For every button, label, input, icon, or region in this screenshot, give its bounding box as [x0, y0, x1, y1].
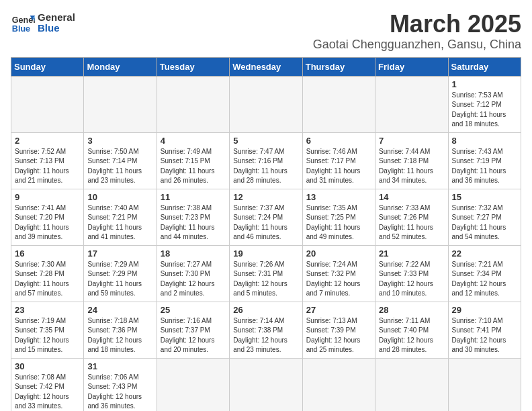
title-block: March 2025 Gaotai Chengguanzhen, Gansu, … — [313, 11, 521, 52]
day-number: 26 — [233, 305, 298, 315]
calendar-cell: 23Sunrise: 7:19 AMSunset: 7:35 PMDayligh… — [11, 302, 84, 358]
calendar-dow-saturday: Saturday — [448, 57, 521, 76]
day-number: 4 — [161, 136, 226, 146]
calendar-cell: 13Sunrise: 7:35 AMSunset: 7:25 PMDayligh… — [302, 189, 375, 245]
day-info: Sunrise: 7:18 AMSunset: 7:36 PMDaylight:… — [87, 316, 152, 355]
calendar-cell: 15Sunrise: 7:32 AMSunset: 7:27 PMDayligh… — [448, 189, 521, 245]
logo: General Blue General Blue — [11, 11, 75, 35]
day-info: Sunrise: 7:30 AMSunset: 7:28 PMDaylight:… — [15, 260, 80, 299]
day-info: Sunrise: 7:27 AMSunset: 7:30 PMDaylight:… — [161, 260, 226, 299]
day-number: 27 — [306, 305, 371, 315]
calendar-dow-wednesday: Wednesday — [230, 57, 302, 76]
day-info: Sunrise: 7:41 AMSunset: 7:20 PMDaylight:… — [15, 203, 80, 242]
calendar-cell: 28Sunrise: 7:11 AMSunset: 7:40 PMDayligh… — [375, 302, 448, 358]
calendar-dow-monday: Monday — [84, 57, 157, 76]
day-info: Sunrise: 7:43 AMSunset: 7:19 PMDaylight:… — [452, 147, 517, 186]
day-info: Sunrise: 7:22 AMSunset: 7:33 PMDaylight:… — [379, 260, 444, 299]
day-number: 28 — [379, 305, 444, 315]
svg-text:Blue: Blue — [12, 24, 30, 34]
calendar-cell: 24Sunrise: 7:18 AMSunset: 7:36 PMDayligh… — [84, 302, 157, 358]
day-number: 17 — [87, 248, 152, 259]
day-info: Sunrise: 7:47 AMSunset: 7:16 PMDaylight:… — [233, 147, 298, 186]
calendar-week-1: 1Sunrise: 7:53 AMSunset: 7:12 PMDaylight… — [11, 76, 521, 132]
calendar-cell — [375, 358, 448, 411]
calendar-cell: 26Sunrise: 7:14 AMSunset: 7:38 PMDayligh… — [230, 302, 302, 358]
day-number: 1 — [452, 79, 517, 89]
day-info: Sunrise: 7:52 AMSunset: 7:13 PMDaylight:… — [15, 147, 80, 186]
day-number: 9 — [15, 192, 80, 202]
logo-icon: General Blue — [11, 11, 35, 35]
calendar-cell: 8Sunrise: 7:43 AMSunset: 7:19 PMDaylight… — [448, 132, 521, 189]
day-number: 13 — [306, 192, 371, 202]
calendar-cell — [11, 76, 84, 132]
day-number: 23 — [15, 305, 80, 315]
calendar-cell — [84, 76, 157, 132]
day-number: 24 — [87, 305, 152, 315]
day-info: Sunrise: 7:19 AMSunset: 7:35 PMDaylight:… — [15, 316, 80, 355]
day-info: Sunrise: 7:16 AMSunset: 7:37 PMDaylight:… — [161, 316, 226, 355]
calendar-cell: 12Sunrise: 7:37 AMSunset: 7:24 PMDayligh… — [230, 189, 302, 245]
day-info: Sunrise: 7:44 AMSunset: 7:18 PMDaylight:… — [379, 147, 444, 186]
day-info: Sunrise: 7:14 AMSunset: 7:38 PMDaylight:… — [233, 316, 298, 355]
calendar-cell: 29Sunrise: 7:10 AMSunset: 7:41 PMDayligh… — [448, 302, 521, 358]
calendar-cell: 9Sunrise: 7:41 AMSunset: 7:20 PMDaylight… — [11, 189, 84, 245]
calendar-dow-tuesday: Tuesday — [157, 57, 229, 76]
day-info: Sunrise: 7:21 AMSunset: 7:34 PMDaylight:… — [452, 260, 517, 299]
logo-blue: Blue — [38, 23, 75, 34]
calendar-cell — [157, 358, 229, 411]
day-number: 16 — [15, 248, 80, 259]
calendar-cell — [230, 358, 302, 411]
calendar-cell: 27Sunrise: 7:13 AMSunset: 7:39 PMDayligh… — [302, 302, 375, 358]
day-info: Sunrise: 7:32 AMSunset: 7:27 PMDaylight:… — [452, 203, 517, 242]
calendar-cell: 18Sunrise: 7:27 AMSunset: 7:30 PMDayligh… — [157, 245, 229, 302]
month-title: March 2025 — [313, 11, 521, 38]
logo-general: General — [38, 12, 75, 24]
day-info: Sunrise: 7:37 AMSunset: 7:24 PMDaylight:… — [233, 203, 298, 242]
calendar-cell: 6Sunrise: 7:46 AMSunset: 7:17 PMDaylight… — [302, 132, 375, 189]
calendar-cell: 30Sunrise: 7:08 AMSunset: 7:42 PMDayligh… — [11, 358, 84, 411]
day-number: 15 — [452, 192, 517, 202]
location-title: Gaotai Chengguanzhen, Gansu, China — [313, 38, 521, 52]
calendar-cell: 4Sunrise: 7:49 AMSunset: 7:15 PMDaylight… — [157, 132, 229, 189]
calendar-cell: 2Sunrise: 7:52 AMSunset: 7:13 PMDaylight… — [11, 132, 84, 189]
calendar-cell: 3Sunrise: 7:50 AMSunset: 7:14 PMDaylight… — [84, 132, 157, 189]
calendar-cell: 14Sunrise: 7:33 AMSunset: 7:26 PMDayligh… — [375, 189, 448, 245]
calendar-cell: 1Sunrise: 7:53 AMSunset: 7:12 PMDaylight… — [448, 76, 521, 132]
day-number: 5 — [233, 136, 298, 146]
calendar-cell: 31Sunrise: 7:06 AMSunset: 7:43 PMDayligh… — [84, 358, 157, 411]
calendar-week-5: 23Sunrise: 7:19 AMSunset: 7:35 PMDayligh… — [11, 302, 521, 358]
day-number: 29 — [452, 305, 517, 315]
day-info: Sunrise: 7:10 AMSunset: 7:41 PMDaylight:… — [452, 316, 517, 355]
calendar-dow-sunday: Sunday — [11, 57, 84, 76]
calendar-cell: 16Sunrise: 7:30 AMSunset: 7:28 PMDayligh… — [11, 245, 84, 302]
calendar-cell — [302, 76, 375, 132]
calendar-dow-thursday: Thursday — [302, 57, 375, 76]
day-info: Sunrise: 7:08 AMSunset: 7:42 PMDaylight:… — [15, 373, 80, 411]
calendar-week-6: 30Sunrise: 7:08 AMSunset: 7:42 PMDayligh… — [11, 358, 521, 411]
day-info: Sunrise: 7:46 AMSunset: 7:17 PMDaylight:… — [306, 147, 371, 186]
calendar-cell — [230, 76, 302, 132]
day-info: Sunrise: 7:13 AMSunset: 7:39 PMDaylight:… — [306, 316, 371, 355]
day-info: Sunrise: 7:33 AMSunset: 7:26 PMDaylight:… — [379, 203, 444, 242]
calendar-week-4: 16Sunrise: 7:30 AMSunset: 7:28 PMDayligh… — [11, 245, 521, 302]
page-header: General Blue General Blue March 2025 Gao… — [11, 11, 521, 52]
calendar-week-3: 9Sunrise: 7:41 AMSunset: 7:20 PMDaylight… — [11, 189, 521, 245]
calendar-cell — [302, 358, 375, 411]
calendar-header-row: SundayMondayTuesdayWednesdayThursdayFrid… — [11, 57, 521, 76]
day-info: Sunrise: 7:24 AMSunset: 7:32 PMDaylight:… — [306, 260, 371, 299]
day-number: 12 — [233, 192, 298, 202]
calendar-cell: 7Sunrise: 7:44 AMSunset: 7:18 PMDaylight… — [375, 132, 448, 189]
day-number: 10 — [87, 192, 152, 202]
day-number: 30 — [15, 361, 80, 371]
calendar-cell — [448, 358, 521, 411]
calendar-cell: 17Sunrise: 7:29 AMSunset: 7:29 PMDayligh… — [84, 245, 157, 302]
day-number: 18 — [161, 248, 226, 259]
day-info: Sunrise: 7:53 AMSunset: 7:12 PMDaylight:… — [452, 91, 517, 130]
day-number: 8 — [452, 136, 517, 146]
day-number: 6 — [306, 136, 371, 146]
day-number: 21 — [379, 248, 444, 259]
day-info: Sunrise: 7:35 AMSunset: 7:25 PMDaylight:… — [306, 203, 371, 242]
calendar-cell: 20Sunrise: 7:24 AMSunset: 7:32 PMDayligh… — [302, 245, 375, 302]
calendar-cell: 5Sunrise: 7:47 AMSunset: 7:16 PMDaylight… — [230, 132, 302, 189]
calendar-cell: 10Sunrise: 7:40 AMSunset: 7:21 PMDayligh… — [84, 189, 157, 245]
